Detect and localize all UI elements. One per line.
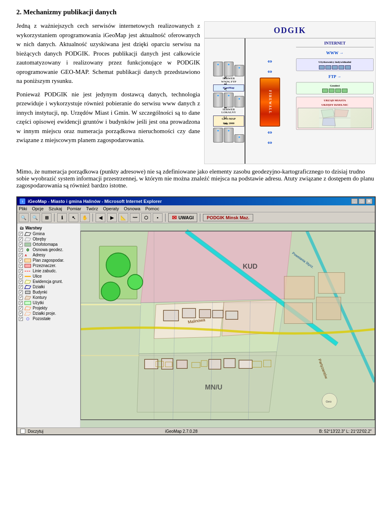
layer-pozostale-name: Pozostałe <box>33 316 51 321</box>
layer-gmina[interactable]: Gmina <box>18 231 79 236</box>
svg-marker-2 <box>334 109 349 117</box>
window-buttons[interactable]: _ □ ✕ <box>351 198 372 204</box>
svg-text:KUD: KUD <box>243 263 257 270</box>
paragraph-3: Mimo, że numeracja porządkowa (punkty ad… <box>16 168 376 189</box>
layer-projekty-checkbox[interactable] <box>19 306 23 310</box>
layer-ulice-checkbox[interactable] <box>19 274 23 278</box>
layer-uzytki[interactable]: Użytki <box>18 300 79 305</box>
svg-text:A: A <box>25 254 27 257</box>
toolbar-zoom-out[interactable]: 🔍 <box>30 213 40 222</box>
statusbar-status: Doczytuj <box>28 429 43 434</box>
menu-pomiar[interactable]: Pomiar <box>67 206 81 211</box>
layer-ulice[interactable]: Ulice <box>18 274 79 279</box>
diagram-firewall-section: ⇔ ⇔ FIREWALL ⇔ ⇔ <box>245 38 294 164</box>
gis-toolbar: 🔍 🔍 ⊞ ℹ ↖ ✋ ◀ ▶ 📐 〰 ⬡ • ✉ UWAGI PODGIK M… <box>17 212 375 223</box>
toolbar-zoom-in[interactable]: 🔍 <box>19 213 29 222</box>
svg-marker-19 <box>25 296 31 299</box>
layer-pozostale-checkbox[interactable] <box>19 317 23 321</box>
gis-window: i iGeoMap - Miasto i gmina Halinów - Mic… <box>16 196 376 435</box>
menu-osnowa[interactable]: Osnowa <box>124 206 140 211</box>
svg-rect-44 <box>177 360 187 368</box>
gis-menubar: Pliki Opcje Szukaj Pomiar Twórz Operaty … <box>17 205 375 212</box>
layer-przeznaczenie-name: Przeznaczer. <box>33 263 56 268</box>
layer-plan-name: Plan zagospodar. <box>33 258 64 263</box>
layer-obreby-checkbox[interactable] <box>19 237 23 241</box>
layer-dzialki[interactable]: Działki <box>18 284 79 289</box>
statusbar-indicator <box>20 429 25 434</box>
minimize-button[interactable]: _ <box>351 198 358 204</box>
layer-dzialki-checkbox[interactable] <box>19 285 23 289</box>
layer-projekty-name: Projekty <box>33 306 47 310</box>
layers-header: 🗂Warstwy <box>18 225 79 231</box>
urzad-map-thumbnail <box>298 108 372 128</box>
svg-rect-41 <box>226 311 238 319</box>
server-www-block: SERWERWWW, FTP <box>213 62 244 83</box>
layer-kontury[interactable]: Kontury <box>18 295 79 300</box>
layer-ortofotomapa-checkbox[interactable] <box>19 243 23 247</box>
gis-map[interactable]: KUD MN/U Malinowa Partyzantów Powstania … <box>80 223 375 427</box>
app-icon: i <box>20 198 25 204</box>
toolbar-select[interactable]: ↖ <box>69 213 78 222</box>
close-button[interactable]: ✕ <box>366 198 372 204</box>
layer-plan[interactable]: Plan zagospodar. <box>18 258 79 263</box>
toolbar-info[interactable]: ℹ <box>57 213 67 222</box>
layer-przeznaczenie[interactable]: Przeznaczer. <box>18 263 79 268</box>
maximize-button[interactable]: □ <box>359 198 365 204</box>
menu-tworz[interactable]: Twórz <box>86 206 98 211</box>
uwagi-button[interactable]: ✉ UWAGI <box>168 213 197 222</box>
layer-ewidencja[interactable]: Ewidencja grunt. <box>18 279 79 284</box>
toolbar-measure[interactable]: 📐 <box>118 213 128 222</box>
podgik-button[interactable]: PODGIK Minsk Maz. <box>203 214 253 221</box>
layer-ortofotomapa[interactable]: Ortofotomapa <box>18 242 79 247</box>
menu-opcje[interactable]: Opcje <box>32 206 44 211</box>
toolbar-separator-4 <box>200 214 200 222</box>
menu-pomoc[interactable]: Pomoc <box>145 206 159 211</box>
layer-przeznaczenie-checkbox[interactable] <box>19 264 23 268</box>
layer-dzialki-proj-checkbox[interactable] <box>19 312 23 316</box>
layer-pozostale[interactable]: Pozostałe <box>18 316 79 321</box>
layer-obreby[interactable]: Obręby <box>18 236 79 242</box>
layer-ewidencja-checkbox[interactable] <box>19 280 23 284</box>
layer-adresy-checkbox[interactable] <box>19 253 23 257</box>
menu-szukaj[interactable]: Szukaj <box>49 206 62 211</box>
layer-budynki-checkbox[interactable] <box>19 290 23 294</box>
menu-operaty[interactable]: Operaty <box>103 206 119 211</box>
firewall-label: FIREWALL <box>267 90 272 114</box>
network-diagram-container: ODGIK S I E Ć L O K A L N A <box>204 21 376 164</box>
layer-osnowa[interactable]: Osnowa geodez. <box>18 247 79 252</box>
toolbar-point[interactable]: • <box>153 213 163 222</box>
layer-osnowa-checkbox[interactable] <box>19 248 23 252</box>
toolbar-separator-2 <box>92 214 93 222</box>
toolbar-back[interactable]: ◀ <box>96 213 105 222</box>
layer-adresy[interactable]: A Adresy <box>18 252 79 258</box>
svg-rect-46 <box>224 358 235 367</box>
uwagi-label: UWAGI <box>178 215 194 220</box>
svg-rect-50 <box>284 303 312 324</box>
svg-marker-22 <box>25 312 31 315</box>
layer-dzialki-proj[interactable]: Działki proje. <box>18 311 79 316</box>
layer-linie-zabudowy-checkbox[interactable] <box>19 269 23 273</box>
igeomap-label: iGeoMap <box>213 85 244 91</box>
layer-linie-zabudowy[interactable]: Linie zabudc. <box>18 268 79 274</box>
layer-projekty[interactable]: Projekty <box>18 305 79 311</box>
svg-point-29 <box>128 274 143 289</box>
layer-plan-checkbox[interactable] <box>19 258 23 263</box>
svg-point-23 <box>27 317 29 320</box>
svg-rect-49 <box>318 273 345 294</box>
layer-budynki[interactable]: Budynki <box>18 289 79 295</box>
layer-kontury-checkbox[interactable] <box>19 296 23 300</box>
toolbar-full-extent[interactable]: ⊞ <box>42 213 51 222</box>
diagram-title: ODGIK <box>205 22 375 38</box>
statusbar-version: iGeoMap 2.7.0.28 <box>165 429 198 434</box>
layer-uzytki-checkbox[interactable] <box>19 301 23 305</box>
map-svg: KUD MN/U Malinowa Partyzantów Powstania … <box>80 223 375 427</box>
layer-gmina-checkbox[interactable] <box>19 232 23 236</box>
toolbar-pan[interactable]: ✋ <box>80 213 90 222</box>
toolbar-polygon[interactable]: ⬡ <box>141 213 151 222</box>
svg-point-28 <box>101 282 120 301</box>
menu-pliki[interactable]: Pliki <box>19 206 27 211</box>
layer-ulice-name: Ulice <box>33 274 42 278</box>
toolbar-forward[interactable]: ▶ <box>107 213 117 222</box>
svg-marker-17 <box>25 285 31 288</box>
toolbar-line[interactable]: 〰 <box>130 213 140 222</box>
